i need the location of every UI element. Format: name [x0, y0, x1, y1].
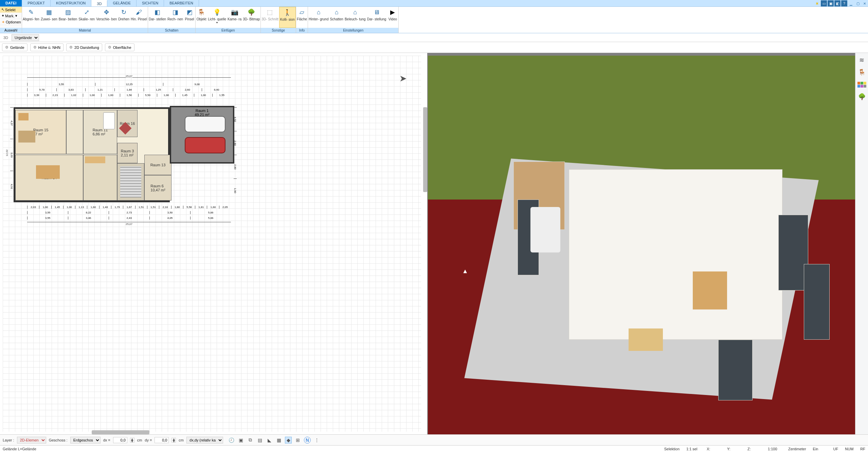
zuweisen-button[interactable]: ▦Zuwei- sen [40, 7, 58, 28]
dy-spinner[interactable]: ▲▼ [171, 438, 176, 442]
flaeche-button[interactable]: ▱Fläche [296, 7, 308, 28]
kollision-label: Kolli- sion [280, 18, 295, 21]
dim-row-top3: 3,392,231,021,001,001,505,501,001,451,00… [27, 94, 231, 97]
diamond-icon[interactable]: ◆ [285, 437, 292, 444]
3d-bitmap-button[interactable]: 🌳3D- Bitmap [242, 7, 260, 28]
tab-projekt[interactable]: PROJEKT [22, 0, 51, 6]
status-unit: Zentimeter [788, 447, 806, 451]
abgreifen-button[interactable]: ✎Abgrei- fen [22, 7, 40, 28]
layer-select[interactable]: 2D-Elemen [17, 437, 46, 444]
objekt-button[interactable]: 🪑Objekt [196, 7, 207, 28]
3d-schnitt-button[interactable]: ⬚3D- Schnitt [261, 7, 279, 28]
hoehe-chip[interactable]: ⚙Höhe ü. NHN [30, 43, 64, 51]
layers2-icon[interactable]: ⧉ [247, 437, 254, 444]
play-icon: ▶ [388, 8, 397, 16]
dx-input[interactable] [113, 437, 127, 443]
ribbon-schatten-group: ◧Dar- stellen ◨Rech- nen ◩Pinsel Schatte… [148, 7, 196, 33]
beleuchtung-button[interactable]: ⌂Beleuch- tung [344, 7, 366, 28]
dim-value: 3,46 [68, 216, 109, 220]
furniture-icon[interactable]: 🪑 [858, 69, 866, 76]
horizontal-scrollbar[interactable] [92, 430, 149, 434]
help-icon[interactable]: ? [841, 0, 847, 6]
dx-spinner[interactable]: ▲▼ [130, 438, 134, 442]
room-16[interactable]: Raum 16 [117, 110, 138, 137]
room-15[interactable]: Raum 1537 m² [15, 110, 66, 154]
tab-konstruktion[interactable]: KONSTRUKTION [51, 0, 91, 6]
tree-palette-icon[interactable]: 🌳 [858, 93, 866, 100]
rechnen-button[interactable]: ◨Rech- nen [167, 7, 184, 28]
bearbeiten-label: Bear- beiten [59, 17, 77, 21]
assign-icon: ▦ [45, 8, 53, 16]
skalieren-button[interactable]: ⤢Skalie- ren [78, 7, 95, 28]
mark-button[interactable]: ✦Mark.▾ [0, 13, 22, 19]
room-3[interactable]: Raum 32,11 m² [117, 143, 138, 163]
pinsel-button[interactable]: ◩Pinsel [184, 7, 195, 28]
room-11[interactable]: Raum 116,86 m² [83, 110, 117, 154]
tab-sichten[interactable]: SICHTEN [137, 0, 164, 6]
screen-icon[interactable]: ▣ [237, 437, 244, 444]
dim-value: 1,51 [147, 206, 159, 209]
sys-icon-2[interactable]: ▣ [828, 0, 834, 6]
pane-2d-view[interactable]: ➤ 25,07 3,5512,259,00 5,783,831,211,841,… [0, 53, 428, 434]
oberflaeche-chip[interactable]: ⚙Oberfläche [105, 43, 134, 51]
tab-datei[interactable]: DATEI [0, 0, 22, 6]
room-14[interactable]: Raum 14 [15, 155, 83, 201]
vertical-scrollbar[interactable] [423, 107, 427, 192]
kollision-button[interactable]: 🚶Kolli- sion [279, 7, 296, 28]
bulb-icon: 💡 [213, 8, 221, 16]
status-y: Y: [727, 447, 741, 451]
garage-outline[interactable]: Raum 149,21 m² [170, 106, 234, 164]
gelaende-label: Gelände [10, 45, 24, 50]
dim-value: 1,45 [51, 206, 63, 209]
verschieben-button[interactable]: ✥Verschie- ben [95, 7, 117, 28]
materials-icon[interactable] [858, 81, 866, 88]
room-hall[interactable] [66, 110, 83, 154]
kamera-button[interactable]: 📷Kame- ra [227, 7, 242, 28]
layers-icon[interactable]: ≋ [858, 56, 866, 64]
video-button[interactable]: ▶Video [387, 7, 398, 28]
close-icon[interactable]: ✕ [862, 0, 868, 6]
flaeche-label: Fläche [297, 17, 307, 21]
tab-gelaende[interactable]: GELÄNDE [107, 0, 137, 6]
more-icon[interactable]: ⋮ [313, 437, 320, 444]
gelaende-chip[interactable]: ⚙Gelände [2, 43, 28, 51]
clock-icon[interactable]: 🕘 [228, 437, 235, 444]
hintergrund-button[interactable]: ⌂Hinter- grund [308, 7, 329, 28]
hatch-icon[interactable]: ▦ [275, 437, 282, 444]
2d-darstellung-chip[interactable]: ⚙2D Darstellung [66, 43, 102, 51]
room-kitchen[interactable] [83, 155, 117, 201]
3d-house-body [569, 169, 782, 340]
bearbeiten-button[interactable]: ▨Bear- beiten [58, 7, 78, 28]
sys-icon-1[interactable]: ▭ [821, 0, 827, 6]
lichtquelle-button[interactable]: 💡Licht- quelle▾ [207, 7, 227, 28]
minimize-icon[interactable]: ▁ [848, 0, 854, 6]
tool-icon[interactable]: ✖ [814, 0, 820, 6]
stack-icon[interactable]: ▤ [256, 437, 263, 444]
shape-icon[interactable]: ◣ [266, 437, 273, 444]
north-toggle-icon[interactable]: N [304, 437, 311, 444]
darstellen-button[interactable]: ◧Dar- stellen [148, 7, 167, 28]
bottom-toolrow: Layer : 2D-Elemen Geschoss : Erdgeschos … [0, 434, 868, 445]
geschoss-label: Geschoss : [49, 438, 68, 442]
room-13[interactable]: Raum 13 [144, 155, 171, 175]
sys-icon-3[interactable]: ◧ [834, 0, 840, 6]
grid-icon[interactable]: ⊞ [294, 437, 301, 444]
schatten-settings-button[interactable]: ⌂Schatten [329, 7, 344, 28]
geschoss-select[interactable]: Erdgeschos [70, 437, 101, 444]
urgelaende-dropdown[interactable]: Urgelände [12, 34, 39, 41]
darstellung-button[interactable]: 🖥Dar- stellung [366, 7, 387, 28]
pane-3d-view[interactable]: ▲ [428, 53, 855, 434]
tab-bearbeiten[interactable]: BEARBEITEN [164, 0, 199, 6]
selekt-button[interactable]: ↖Selekt [0, 7, 22, 13]
maximize-icon[interactable]: ▢ [855, 0, 861, 6]
ribbon-einfuegen-group: 🪑Objekt 💡Licht- quelle▾ 📷Kame- ra 🌳3D- B… [196, 7, 261, 33]
coord-mode-select[interactable]: dx,dy (relativ ka [186, 437, 223, 444]
drehen-button[interactable]: ↻Drehen [117, 7, 130, 28]
room-6[interactable]: Raum 610,47 m² [144, 175, 171, 201]
room-stairs[interactable] [117, 163, 144, 201]
optionen-button[interactable]: ＋Optionen [0, 19, 22, 25]
dim-value: 5,50 [138, 94, 157, 97]
dy-input[interactable] [155, 437, 169, 443]
hinpinsel-button[interactable]: 🖌Hin. Pinsel [130, 7, 148, 28]
tab-3d[interactable]: 3D [91, 0, 107, 6]
